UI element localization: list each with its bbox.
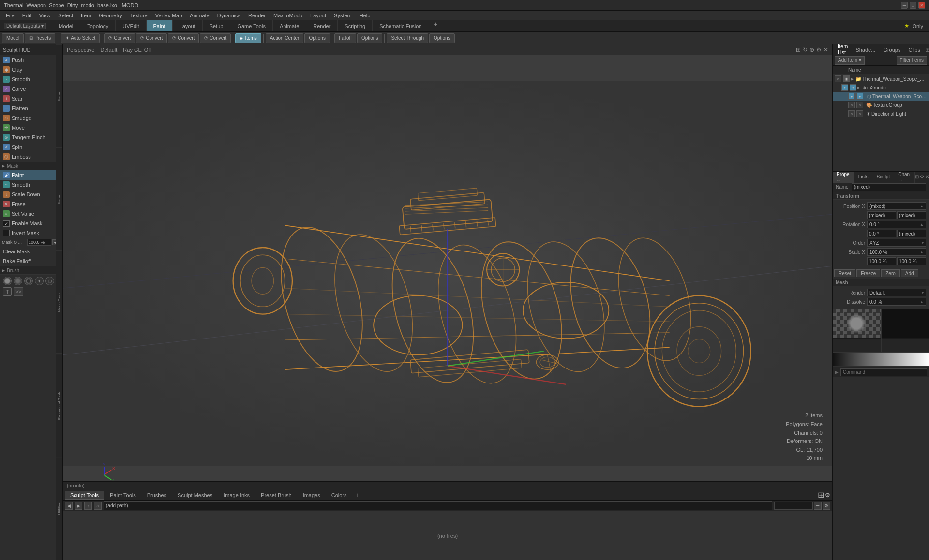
menu-edit[interactable]: Edit	[18, 12, 35, 19]
tool-push[interactable]: ▲ Push	[0, 55, 62, 65]
props-tab-properties[interactable]: Prope ...	[833, 171, 854, 183]
item-list-expand-icon[interactable]: ⊞	[925, 46, 929, 53]
tab-scripting[interactable]: Scripting	[338, 20, 373, 31]
tab-paint[interactable]: Paint	[147, 20, 173, 31]
rot-z-value[interactable]: (mixed)	[897, 230, 926, 237]
scale-x-value[interactable]: 100.0 % ▲	[867, 248, 926, 256]
bottom-tab-images[interactable]: Images	[298, 491, 326, 500]
brush-preset-circle[interactable]	[3, 277, 12, 285]
tree-arrow-scene[interactable]: ▶	[851, 77, 854, 81]
menu-system[interactable]: System	[330, 12, 356, 19]
tool-smooth[interactable]: ~ Smooth	[0, 74, 62, 84]
menu-animate[interactable]: Animate	[186, 12, 213, 19]
viewport-renderer[interactable]: Ray GL: Off	[123, 47, 151, 53]
convert-btn-2[interactable]: ⟳ Convert	[136, 33, 167, 43]
tool-scale-down[interactable]: ↓ Scale Down	[0, 190, 62, 199]
tab-clips[interactable]: Clips	[905, 46, 923, 54]
bp-view-btn[interactable]: ☰	[814, 502, 822, 510]
props-tab-channels[interactable]: Chan ...	[894, 171, 915, 183]
zero-btn[interactable]: Zero	[881, 269, 900, 277]
convert-btn-1[interactable]: ⟳ Convert	[104, 33, 135, 43]
tool-move[interactable]: ✛ Move	[0, 123, 62, 133]
tool-emboss[interactable]: ⬡ Emboss	[0, 152, 62, 162]
layout-dropdown[interactable]: Default Layouts ▾	[4, 23, 46, 29]
bp-settings-btn[interactable]: ⚙	[823, 502, 830, 510]
props-expand-icon[interactable]: ⊞	[915, 174, 919, 179]
vis-texture[interactable]: ○	[848, 102, 855, 108]
rot-y-value[interactable]: 0.0 °	[867, 230, 896, 237]
bake-falloff-btn[interactable]: Bake Falloff	[0, 256, 62, 266]
presets-btn[interactable]: ⊞ Presets	[25, 33, 55, 43]
viewport-maximize-icon[interactable]: ⊞	[796, 46, 801, 53]
bottom-tab-brushes[interactable]: Brushes	[142, 491, 172, 500]
mask-section-header[interactable]: ▶ Mask	[0, 162, 62, 170]
brush-preset-star[interactable]: ✦	[35, 277, 44, 285]
tab-game-tools[interactable]: Game Tools	[230, 20, 273, 31]
add-item-btn[interactable]: Add Item ▾	[835, 56, 865, 65]
window-controls[interactable]: ─ □ ✕	[901, 2, 925, 9]
viewport-settings-icon[interactable]: ⚙	[816, 46, 822, 53]
tab-setup[interactable]: Setup	[203, 20, 231, 31]
menu-dynamics[interactable]: Dynamics	[213, 12, 244, 19]
brush-preset-custom[interactable]: ⬡	[45, 277, 54, 285]
clear-mask-btn[interactable]: Clear Mask	[0, 247, 62, 256]
menu-render[interactable]: Render	[244, 12, 270, 19]
vis-scope[interactable]: ●	[848, 93, 855, 100]
render-value[interactable]: Default ▾	[867, 289, 926, 296]
viewport-canvas[interactable]: 2 Items Polygons: Face Channels: 0 Defor…	[63, 55, 832, 481]
texture-panel-2[interactable]	[881, 309, 929, 352]
freeze-btn[interactable]: Freeze	[856, 269, 880, 277]
tab-uvedit[interactable]: UVEdit	[116, 20, 146, 31]
menu-select[interactable]: Select	[54, 12, 77, 19]
tool-flatten[interactable]: ═ Flatten	[0, 103, 62, 113]
pos-x-value[interactable]: (mixed) ▲	[867, 202, 926, 210]
bp-up-btn[interactable]: ↑	[84, 502, 92, 510]
scale-z-value[interactable]: 100.0 %	[897, 257, 926, 265]
tool-smudge[interactable]: ⊙ Smudge	[0, 113, 62, 123]
options-btn-1[interactable]: Options	[304, 33, 330, 43]
vert-tab-items[interactable]: Items	[56, 44, 62, 147]
props-name-value[interactable]: (mixed)	[852, 183, 926, 191]
tree-row-dir-light[interactable]: ○ ○ ☀ Directional Light	[833, 109, 929, 118]
enable-mask-checkbox[interactable]: ✓	[3, 220, 10, 227]
tab-model[interactable]: Model	[52, 20, 80, 31]
invert-mask-row[interactable]: Invert Mask	[0, 228, 62, 238]
invert-mask-checkbox[interactable]	[3, 230, 10, 236]
props-close-icon[interactable]: ✕	[925, 174, 929, 179]
viewport-zoom-icon[interactable]: ⊕	[809, 46, 814, 53]
brush-more-btn[interactable]: >>	[14, 287, 23, 296]
tab-animate[interactable]: Animate	[273, 20, 306, 31]
tool-smooth-mask[interactable]: ~ Smooth	[0, 180, 62, 190]
props-tab-sculpt[interactable]: Sculpt	[872, 173, 894, 180]
viewport-close-icon[interactable]: ✕	[824, 46, 828, 53]
tab-schematic[interactable]: Schematic Fusion	[373, 20, 429, 31]
menu-help[interactable]: Help	[356, 12, 375, 19]
bottom-tab-sculpt-meshes[interactable]: Sculpt Meshes	[172, 491, 218, 500]
menu-file[interactable]: File	[2, 12, 18, 19]
tab-layout[interactable]: Layout	[173, 20, 203, 31]
filter-items-btn[interactable]: Filter Items	[897, 56, 927, 65]
tree-row-texture-group[interactable]: ○ ○ 🎨 TextureGroup	[833, 101, 929, 109]
mask-opacity-input[interactable]	[27, 239, 51, 246]
tree-arrow-m2modo[interactable]: ▶	[857, 86, 860, 90]
render-texture[interactable]: ○	[856, 102, 863, 108]
tree-row-scene[interactable]: ○ ◉ ▶ 📁 Thermal_Weapon_Scope_Dir...	[833, 74, 929, 83]
close-button[interactable]: ✕	[918, 2, 925, 9]
vert-tab-modo-tools[interactable]: Modo Tools	[56, 251, 62, 354]
vis-scene[interactable]: ○	[835, 75, 841, 82]
menu-maxtomodo[interactable]: MaxToModo	[270, 12, 306, 19]
props-settings-icon[interactable]: ⚙	[920, 174, 924, 179]
tool-erase[interactable]: ✕ Erase	[0, 199, 62, 209]
bottom-expand-btn[interactable]: ⊞	[818, 490, 824, 500]
vert-tab-utilities[interactable]: Utilities	[56, 457, 62, 560]
props-tab-lists[interactable]: Lists	[854, 173, 873, 180]
falloff-btn[interactable]: Falloff	[334, 33, 356, 43]
command-input[interactable]	[840, 368, 927, 376]
texture-panel-1[interactable]	[833, 309, 881, 352]
render-light[interactable]: ○	[856, 110, 863, 117]
tool-scar[interactable]: ⌇ Scar	[0, 94, 62, 103]
action-center-btn[interactable]: Action Center	[266, 33, 304, 43]
tool-carve[interactable]: ∧ Carve	[0, 84, 62, 94]
bottom-tab-preset-brush[interactable]: Preset Brush	[255, 491, 297, 500]
bottom-settings-icon[interactable]: ⚙	[825, 492, 830, 499]
